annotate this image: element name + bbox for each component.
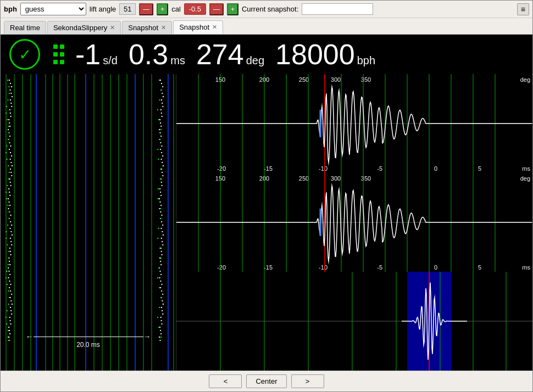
tab-sekonda[interactable]: SekondaSlippery ✕ bbox=[47, 21, 121, 34]
dot-3 bbox=[53, 52, 58, 57]
tab-snapshot-1[interactable]: Snapshot ✕ bbox=[122, 21, 172, 34]
arrow-left: ← bbox=[26, 332, 34, 341]
stat-bph: 18000 bph bbox=[275, 40, 375, 69]
lift-angle-value: 51 bbox=[119, 3, 136, 15]
center-button[interactable]: Center bbox=[246, 374, 286, 388]
left-panel: ← → 20.0 ms bbox=[1, 74, 176, 371]
snapshot-input[interactable] bbox=[302, 3, 373, 15]
dot-6 bbox=[60, 60, 64, 64]
dot-4 bbox=[60, 52, 64, 57]
tab-snapshot-2-close[interactable]: ✕ bbox=[212, 24, 217, 30]
waveform-canvas-3 bbox=[176, 272, 532, 371]
waveform-canvas-2 bbox=[176, 173, 532, 272]
stat-lift-unit: deg bbox=[246, 54, 264, 67]
lift-dec-button[interactable]: — bbox=[139, 3, 153, 15]
status-icon bbox=[9, 39, 40, 70]
tab-snapshot-2[interactable]: Snapshot ✕ bbox=[173, 20, 223, 34]
time-label: 20.0 ms bbox=[76, 341, 100, 349]
tabs-bar: Real time SekondaSlippery ✕ Snapshot ✕ S… bbox=[1, 18, 532, 35]
timegrapher-canvas bbox=[1, 74, 176, 371]
lift-inc-button[interactable]: + bbox=[157, 3, 168, 15]
stats-dots bbox=[53, 44, 64, 64]
toolbar: bph guess lift angle 51 — + cal -0.5 — +… bbox=[1, 1, 532, 18]
prev-button[interactable]: < bbox=[209, 374, 242, 388]
cal-label: cal bbox=[171, 5, 181, 13]
lift-angle-label: lift angle bbox=[90, 5, 116, 13]
stat-beat-value: 0.3 bbox=[129, 40, 168, 69]
bottom-bar: < Center > bbox=[1, 371, 532, 391]
right-panel bbox=[176, 74, 532, 371]
main-window: bph guess lift angle 51 — + cal -0.5 — +… bbox=[0, 0, 533, 392]
waveform-canvas-1 bbox=[176, 74, 532, 173]
tab-snapshot-1-label: Snapshot bbox=[128, 24, 158, 32]
tab-realtime-label: Real time bbox=[10, 24, 40, 32]
arrow-line bbox=[34, 337, 143, 337]
tab-snapshot-2-label: Snapshot bbox=[179, 23, 209, 31]
time-arrow: ← → bbox=[26, 332, 151, 341]
content-area: ← → 20.0 ms bbox=[1, 74, 532, 371]
dot-1 bbox=[53, 44, 58, 49]
stats-bar: -1 s/d 0.3 ms 274 deg 18000 bph bbox=[1, 35, 532, 74]
cal-inc-button[interactable]: + bbox=[227, 3, 238, 15]
time-label-container: ← → 20.0 ms bbox=[26, 332, 151, 349]
stat-bph-value: 18000 bbox=[275, 40, 355, 69]
dot-5 bbox=[53, 60, 58, 64]
tab-sekonda-label: SekondaSlippery bbox=[53, 24, 107, 32]
cal-value: -0.5 bbox=[184, 3, 206, 15]
tab-sekonda-close[interactable]: ✕ bbox=[110, 25, 115, 31]
stat-lift-value: 274 bbox=[196, 40, 244, 69]
dot-2 bbox=[60, 44, 64, 49]
arrow-right: → bbox=[143, 332, 151, 341]
bph-label: bph bbox=[4, 5, 17, 13]
cal-dec-button[interactable]: — bbox=[209, 3, 224, 15]
stat-rate-unit: s/d bbox=[103, 54, 118, 67]
stat-rate: -1 s/d bbox=[75, 40, 118, 69]
stat-lift: 274 deg bbox=[196, 40, 264, 69]
stat-bph-unit: bph bbox=[357, 54, 375, 67]
stat-beat-unit: ms bbox=[170, 54, 185, 67]
menu-button[interactable]: ≡ bbox=[517, 3, 529, 15]
stat-rate-value: -1 bbox=[75, 40, 101, 69]
tab-realtime[interactable]: Real time bbox=[4, 21, 46, 34]
snapshot-label: Current snapshot: bbox=[242, 5, 298, 13]
tab-snapshot-1-close[interactable]: ✕ bbox=[161, 25, 166, 31]
bph-select[interactable]: guess bbox=[20, 3, 86, 15]
next-button[interactable]: > bbox=[291, 374, 324, 388]
stat-beat: 0.3 ms bbox=[129, 40, 185, 69]
